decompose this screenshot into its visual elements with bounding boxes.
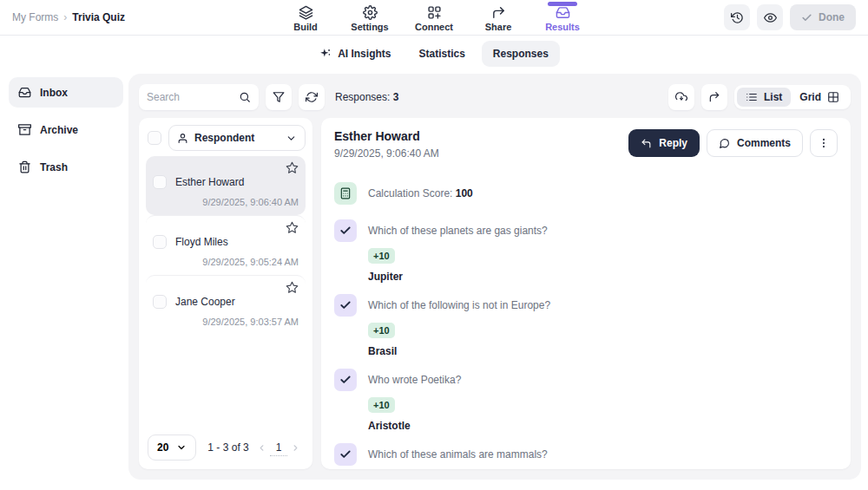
respondent-row-esther-howard[interactable]: Esther Howard 9/29/2025, 9:06:40 AM <box>146 156 306 215</box>
kebab-menu-icon <box>818 137 830 149</box>
download-button[interactable] <box>668 84 694 110</box>
tab-connect[interactable]: Connect <box>412 0 456 36</box>
filter-funnel-icon <box>273 91 285 103</box>
revision-history-button[interactable] <box>724 4 750 30</box>
row-checkbox[interactable] <box>153 175 167 189</box>
sidebar-item-inbox-label: Inbox <box>40 87 68 99</box>
detail-timestamp: 9/29/2025, 9:06:40 AM <box>334 147 439 160</box>
breadcrumb-my-forms[interactable]: My Forms <box>12 11 58 23</box>
subnav-statistics[interactable]: Statistics <box>407 41 476 67</box>
star-icon[interactable] <box>153 281 299 294</box>
tab-settings[interactable]: Settings <box>348 0 391 36</box>
done-button[interactable]: Done <box>790 4 856 30</box>
grid-view-icon <box>827 91 839 103</box>
page-size-dropdown[interactable]: 20 <box>148 434 196 461</box>
sidebar-item-inbox[interactable]: Inbox <box>9 77 123 108</box>
inbox-icon <box>18 86 31 99</box>
calculation-score-value: 100 <box>456 187 473 199</box>
pagination-prev-icon[interactable] <box>254 438 270 457</box>
answered-check-icon <box>334 443 357 466</box>
question-text: Who wrote Poetika? <box>368 374 461 386</box>
respondent-row-jane-cooper[interactable]: Jane Cooper 9/29/2025, 9:03:57 AM <box>146 275 306 335</box>
question-text: Which of these planets are gas giants? <box>368 225 548 237</box>
comments-button-label: Comments <box>737 137 791 149</box>
sidebar-item-archive[interactable]: Archive <box>9 114 123 145</box>
comments-button[interactable]: Comments <box>707 129 803 157</box>
tab-connect-label: Connect <box>415 22 453 32</box>
toolbar-right: List Grid <box>668 84 851 110</box>
pagination-nav: 1 <box>254 438 304 457</box>
subnav-responses[interactable]: Responses <box>482 41 560 67</box>
subnav-ai-insights-label: AI Insights <box>338 48 391 60</box>
history-icon <box>731 11 744 24</box>
topbar-actions: Done <box>724 4 856 30</box>
cloud-download-icon <box>675 91 687 103</box>
respondent-dropdown-label: Respondent <box>194 132 254 144</box>
respondent-timestamp: 9/29/2025, 9:06:40 AM <box>153 197 299 207</box>
responses-count: Responses: 3 <box>335 91 398 103</box>
response-detail-header: Esther Howard 9/29/2025, 9:06:40 AM Repl… <box>334 129 838 160</box>
search-box[interactable] <box>139 84 259 110</box>
sparkle-icon <box>319 48 332 60</box>
forward-button[interactable] <box>701 84 727 110</box>
points-badge: +10 <box>368 397 395 413</box>
inbox-tray-icon <box>556 5 570 20</box>
tab-share[interactable]: Share <box>477 0 520 36</box>
subnav-statistics-label: Statistics <box>418 48 464 60</box>
question-block: Which of these animals are mammals? +10 <box>334 443 838 469</box>
subnav-responses-label: Responses <box>493 48 549 60</box>
sidebar-item-archive-label: Archive <box>40 124 78 136</box>
filter-button[interactable] <box>266 84 292 110</box>
star-icon[interactable] <box>153 161 299 174</box>
breadcrumb-separator: › <box>63 11 67 23</box>
responses-count-value: 3 <box>393 91 399 103</box>
tab-build[interactable]: Build <box>284 0 327 36</box>
pagination-next-icon[interactable] <box>287 438 303 457</box>
respondent-sort-dropdown[interactable]: Respondent <box>168 125 306 151</box>
eye-icon <box>764 11 777 24</box>
content: Inbox Archive Trash <box>0 72 868 490</box>
responses-columns: Respondent Esther Howard <box>139 118 851 469</box>
subnav-ai-insights[interactable]: AI Insights <box>308 41 402 67</box>
tab-results-label: Results <box>545 22 580 32</box>
view-toggle-list[interactable]: List <box>737 88 791 107</box>
respondent-list-header: Respondent <box>146 125 306 151</box>
sidebar-item-trash-label: Trash <box>40 161 68 173</box>
preview-button[interactable] <box>757 4 783 30</box>
answered-check-icon <box>334 219 357 242</box>
row-checkbox[interactable] <box>153 235 167 249</box>
more-options-button[interactable] <box>810 129 838 157</box>
respondent-list: Respondent Esther Howard <box>139 118 312 469</box>
search-input[interactable] <box>147 91 233 103</box>
question-block: Which of these planets are gas giants? +… <box>334 219 838 283</box>
chevron-down-icon <box>176 442 187 453</box>
view-toggle-grid[interactable]: Grid <box>791 88 848 107</box>
comment-bubble-icon <box>719 138 730 149</box>
refresh-button[interactable] <box>299 84 325 110</box>
answer-text: Brasil <box>368 345 838 357</box>
question-block: Who wrote Poetika? +10 Aristotle <box>334 369 838 432</box>
select-all-checkbox[interactable] <box>148 131 161 145</box>
respondent-row-floyd-miles[interactable]: Floyd Miles 9/29/2025, 9:05:24 AM <box>146 215 306 275</box>
check-icon <box>801 12 812 23</box>
sidebar-item-trash[interactable]: Trash <box>9 152 123 182</box>
calculation-score-label: Calculation Score: <box>368 187 452 199</box>
breadcrumb-form-title: Trivia Quiz <box>72 11 125 23</box>
calculation-score-text: Calculation Score: 100 <box>368 187 473 199</box>
row-checkbox[interactable] <box>153 295 167 309</box>
refresh-icon <box>306 91 318 103</box>
points-badge: +10 <box>368 248 395 264</box>
responses-panel: Responses: 3 <box>128 74 861 480</box>
tab-results[interactable]: Results <box>541 0 584 36</box>
star-icon[interactable] <box>153 221 299 234</box>
page-size-value: 20 <box>157 441 168 454</box>
respondent-name: Esther Howard <box>175 176 244 188</box>
answer-text: Jupiter <box>368 271 838 283</box>
tab-share-label: Share <box>485 22 512 32</box>
done-button-label: Done <box>819 11 845 23</box>
forward-arrow-icon <box>708 91 720 103</box>
pagination-current-page[interactable]: 1 <box>270 440 288 456</box>
responses-count-label: Responses: <box>335 91 390 103</box>
responses-toolbar: Responses: 3 <box>139 84 851 110</box>
reply-button[interactable]: Reply <box>628 129 700 157</box>
